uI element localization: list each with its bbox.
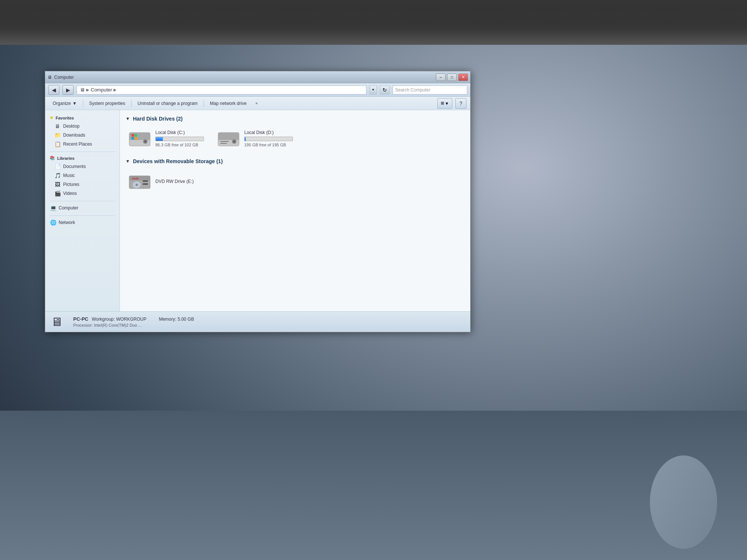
uninstall-button[interactable]: Uninstall or change a program bbox=[134, 98, 201, 109]
network-icon: 🌐 bbox=[50, 219, 56, 226]
drive-d-svg bbox=[217, 130, 240, 147]
dvd-svg: DVD bbox=[128, 172, 151, 190]
forward-button[interactable]: ▶ bbox=[62, 85, 74, 95]
svg-rect-7 bbox=[134, 137, 137, 140]
svg-text:DVD: DVD bbox=[132, 177, 139, 180]
sidebar-item-pictures[interactable]: 🖼 Pictures bbox=[45, 180, 120, 189]
drive-c-icon bbox=[128, 129, 151, 148]
organize-arrow: ▼ bbox=[72, 101, 77, 106]
breadcrumb-computer: Computer bbox=[91, 87, 112, 93]
svg-point-17 bbox=[136, 184, 138, 186]
address-dropdown[interactable]: ▼ bbox=[369, 85, 377, 94]
desktop-icon: 🖥 bbox=[54, 123, 61, 130]
title-bar: 🖥 Computer – □ ✕ bbox=[45, 71, 470, 83]
svg-point-3 bbox=[144, 140, 146, 143]
refresh-button[interactable]: ↻ bbox=[380, 85, 390, 94]
dvd-info: DVD RW Drive (E:) bbox=[155, 178, 193, 184]
computer-section: 💻 Computer bbox=[45, 203, 120, 212]
sidebar-item-desktop[interactable]: 🖥 Desktop bbox=[45, 122, 120, 131]
search-placeholder: Search Computer bbox=[395, 87, 430, 93]
svg-rect-9 bbox=[218, 133, 239, 140]
back-button[interactable]: ◀ bbox=[48, 85, 59, 95]
sidebar-item-network[interactable]: 🌐 Network bbox=[45, 218, 120, 227]
pc-status-icon: 🖥 bbox=[51, 314, 68, 329]
favorites-label: Favorites bbox=[56, 116, 74, 120]
processor-label: Processor: Intel(R) Core(TM)2 Duo ... bbox=[73, 323, 142, 327]
downloads-label: Downloads bbox=[63, 133, 85, 138]
svg-rect-6 bbox=[131, 137, 134, 140]
sidebar-divider-2 bbox=[50, 201, 115, 201]
documents-label: Documents bbox=[63, 164, 86, 169]
explorer-window: 🖥 Computer – □ ✕ ◀ ▶ 🖥 ▶ Computer ▶ ▼ ↻ … bbox=[45, 71, 471, 332]
window-icon: 🖥 bbox=[47, 75, 52, 80]
svg-rect-20 bbox=[143, 183, 148, 185]
search-box[interactable]: Search Computer bbox=[393, 85, 467, 94]
main-content: ★ Favorites 🖥 Desktop 📁 Downloads 📋 Rece… bbox=[45, 110, 470, 311]
computer-label: Computer bbox=[59, 205, 78, 211]
breadcrumb-separator-1: ▶ bbox=[86, 88, 89, 92]
videos-label: Videos bbox=[63, 191, 77, 196]
sidebar-item-computer[interactable]: 💻 Computer bbox=[45, 203, 120, 212]
view-icon: ⊞ bbox=[441, 101, 444, 106]
map-network-button[interactable]: Map network drive bbox=[206, 98, 250, 109]
view-button[interactable]: ⊞ ▼ bbox=[437, 98, 452, 109]
memory-label: Memory: 5.00 GB bbox=[159, 317, 194, 322]
computer-icon: 💻 bbox=[50, 205, 56, 211]
drive-c-name: Local Disk (C:) bbox=[155, 130, 204, 135]
sidebar-item-music[interactable]: 🎵 Music bbox=[45, 171, 120, 180]
svg-rect-5 bbox=[134, 134, 137, 137]
minimize-button[interactable]: – bbox=[436, 74, 446, 81]
monitor-frame bbox=[0, 0, 747, 45]
uninstall-label: Uninstall or change a program bbox=[137, 101, 198, 106]
help-icon: ? bbox=[459, 100, 462, 106]
desk-surface bbox=[0, 411, 747, 560]
system-properties-button[interactable]: System properties bbox=[86, 98, 129, 109]
pc-name-workgroup: PC-PC Workgroup: WORKGROUP Memory: 5.00 … bbox=[73, 316, 194, 322]
sidebar-divider-1 bbox=[50, 152, 115, 152]
removable-arrow-icon: ▼ bbox=[125, 159, 130, 164]
map-network-label: Map network drive bbox=[210, 101, 247, 106]
drive-c-svg bbox=[128, 130, 151, 147]
drive-d-icon bbox=[217, 129, 240, 148]
breadcrumb-bar[interactable]: 🖥 ▶ Computer ▶ bbox=[77, 85, 366, 94]
music-icon: 🎵 bbox=[54, 172, 61, 179]
removable-section-header: ▼ Devices with Removable Storage (1) bbox=[125, 158, 465, 164]
drive-d-fill bbox=[245, 137, 246, 141]
more-button[interactable]: » bbox=[252, 98, 261, 109]
sidebar-item-videos[interactable]: 🎬 Videos bbox=[45, 189, 120, 198]
maximize-button[interactable]: □ bbox=[447, 74, 457, 81]
help-button[interactable]: ? bbox=[455, 98, 467, 109]
toolbar-separator-2 bbox=[131, 100, 131, 107]
desktop-label: Desktop bbox=[63, 124, 80, 129]
pc-info: PC-PC Workgroup: WORKGROUP Memory: 5.00 … bbox=[73, 316, 194, 328]
sidebar-item-documents[interactable]: 📄 Documents bbox=[45, 162, 120, 171]
drive-d[interactable]: Local Disk (D:) 195 GB free of 195 GB bbox=[214, 126, 296, 151]
dvd-icon: DVD bbox=[128, 172, 151, 190]
system-properties-label: System properties bbox=[89, 101, 125, 106]
dvd-drive[interactable]: DVD DVD RW Drive (E:) bbox=[125, 169, 465, 193]
sidebar: ★ Favorites 🖥 Desktop 📁 Downloads 📋 Rece… bbox=[45, 110, 120, 311]
hard-disk-arrow-icon: ▼ bbox=[125, 116, 130, 121]
documents-icon: 📄 bbox=[54, 163, 61, 170]
libraries-section: 📚 Libraries 📄 Documents 🎵 Music 🖼 Pictur… bbox=[45, 154, 120, 198]
pc-name: PC-PC bbox=[73, 316, 88, 322]
sidebar-item-recent-places[interactable]: 📋 Recent Places bbox=[45, 140, 120, 149]
libraries-header: 📚 Libraries bbox=[45, 154, 120, 162]
downloads-icon: 📁 bbox=[54, 132, 61, 139]
svg-rect-19 bbox=[143, 180, 148, 182]
close-button[interactable]: ✕ bbox=[458, 74, 468, 81]
toolbar-separator-1 bbox=[83, 100, 83, 107]
sidebar-item-downloads[interactable]: 📁 Downloads bbox=[45, 131, 120, 140]
favorites-section: ★ Favorites 🖥 Desktop 📁 Downloads 📋 Rece… bbox=[45, 114, 120, 149]
drives-grid: Local Disk (C:) 86.3 GB free of 102 GB bbox=[125, 126, 465, 151]
network-label: Network bbox=[59, 220, 75, 225]
title-bar-left: 🖥 Computer bbox=[47, 75, 74, 80]
pictures-label: Pictures bbox=[63, 182, 79, 187]
toolbar: Organize ▼ System properties Uninstall o… bbox=[45, 97, 470, 110]
desk-decoration bbox=[650, 455, 717, 549]
drive-d-bar bbox=[244, 137, 293, 141]
pictures-icon: 🖼 bbox=[54, 181, 61, 188]
organize-button[interactable]: Organize ▼ bbox=[49, 98, 81, 109]
drive-c-bar bbox=[155, 137, 204, 141]
drive-c[interactable]: Local Disk (C:) 86.3 GB free of 102 GB bbox=[125, 126, 207, 151]
